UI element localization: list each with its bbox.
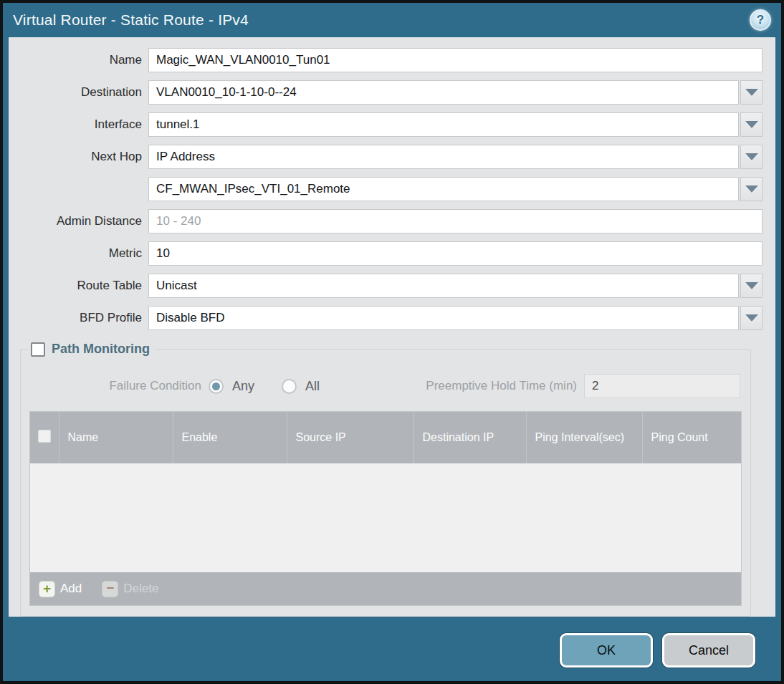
form-row-interface: Interface [9, 112, 763, 137]
form-row-metric: Metric [9, 241, 763, 266]
chevron-down-icon [745, 314, 758, 322]
dialog-window: Virtual Router - Static Route - IPv4 ? N… [0, 0, 784, 684]
form-row-destination: Destination [9, 80, 763, 105]
column-header-ping-interval: Ping Interval(sec) [526, 412, 642, 463]
dialog-footer: OK Cancel [9, 620, 775, 681]
radio-option-all[interactable]: All [282, 379, 320, 394]
ok-button[interactable]: OK [560, 633, 653, 668]
next-hop-label: Next Hop [9, 150, 148, 164]
bfd-profile-input[interactable] [148, 306, 739, 330]
cancel-button[interactable]: Cancel [662, 633, 755, 668]
bfd-profile-label: BFD Profile [9, 311, 148, 325]
interface-label: Interface [9, 117, 148, 132]
path-monitoring-section: Path Monitoring Failure Condition Any Al… [20, 342, 751, 617]
radio-option-any[interactable]: Any [209, 379, 254, 394]
failure-condition-row: Failure Condition Any All Preemptive Hol… [31, 374, 740, 398]
path-monitoring-table: Name Enable Source IP Destination IP Pin… [29, 411, 742, 606]
dialog-content: Name Destination Interface Next Hop [9, 37, 775, 617]
radio-any-label[interactable]: Any [232, 379, 254, 394]
column-header-ping-count: Ping Count [642, 412, 741, 463]
plus-icon: + [39, 581, 55, 597]
path-monitoring-legend: Path Monitoring [29, 342, 156, 357]
radio-all-label[interactable]: All [305, 379, 320, 394]
next-hop-address-dropdown-button[interactable] [740, 177, 763, 201]
bfd-profile-dropdown-button[interactable] [740, 306, 763, 330]
radio-any-icon[interactable] [209, 379, 224, 394]
form-row-bfd-profile: BFD Profile [9, 306, 763, 330]
form-row-name: Name [9, 48, 763, 72]
form-row-next-hop: Next Hop [9, 145, 763, 169]
next-hop-type-dropdown-button[interactable] [740, 145, 763, 169]
table-header-row: Name Enable Source IP Destination IP Pin… [30, 412, 741, 463]
destination-label: Destination [9, 85, 148, 100]
name-input[interactable] [148, 48, 763, 72]
minus-icon: − [102, 581, 118, 597]
destination-dropdown-button[interactable] [740, 80, 763, 105]
form-row-next-hop-address [9, 177, 763, 201]
column-header-source-ip: Source IP [287, 412, 413, 463]
radio-all-icon[interactable] [282, 379, 297, 394]
chevron-down-icon [745, 282, 758, 289]
next-hop-type-input[interactable] [148, 145, 739, 169]
delete-button-label: Delete [123, 582, 158, 596]
form-row-admin-distance: Admin Distance [9, 209, 763, 233]
chevron-down-icon [745, 186, 758, 193]
interface-dropdown-button[interactable] [740, 112, 763, 137]
name-label: Name [9, 53, 148, 67]
admin-distance-input[interactable] [148, 209, 763, 233]
route-table-label: Route Table [9, 279, 148, 293]
column-header-destination-ip: Destination IP [413, 412, 526, 463]
chevron-down-icon [745, 153, 758, 160]
preemptive-hold-time-input[interactable] [584, 374, 740, 398]
dialog-title: Virtual Router - Static Route - IPv4 [13, 11, 249, 29]
form-row-route-table: Route Table [9, 274, 763, 298]
help-icon[interactable]: ? [750, 9, 771, 31]
add-button[interactable]: + Add [39, 581, 82, 597]
next-hop-address-input[interactable] [148, 177, 739, 201]
select-all-checkbox[interactable] [38, 430, 51, 443]
table-body-empty [30, 463, 741, 572]
chevron-down-icon [745, 121, 758, 128]
route-table-input[interactable] [148, 274, 739, 298]
preemptive-hold-time-label: Preemptive Hold Time (min) [426, 379, 584, 393]
column-header-name: Name [59, 412, 173, 463]
metric-label: Metric [9, 246, 148, 261]
metric-input[interactable] [148, 241, 763, 266]
failure-condition-radio-group: Any All [209, 379, 320, 394]
failure-condition-label: Failure Condition [31, 379, 209, 393]
chevron-down-icon [745, 89, 758, 96]
interface-input[interactable] [148, 112, 739, 137]
destination-input[interactable] [148, 80, 739, 105]
admin-distance-label: Admin Distance [9, 214, 148, 228]
column-header-enable: Enable [173, 412, 287, 463]
route-table-dropdown-button[interactable] [740, 274, 763, 298]
path-monitoring-checkbox[interactable] [31, 342, 45, 357]
delete-button[interactable]: − Delete [102, 581, 158, 597]
table-toolbar: + Add − Delete [30, 572, 741, 605]
titlebar: Virtual Router - Static Route - IPv4 ? [3, 3, 781, 37]
path-monitoring-title: Path Monitoring [52, 342, 150, 357]
add-button-label: Add [60, 582, 82, 596]
